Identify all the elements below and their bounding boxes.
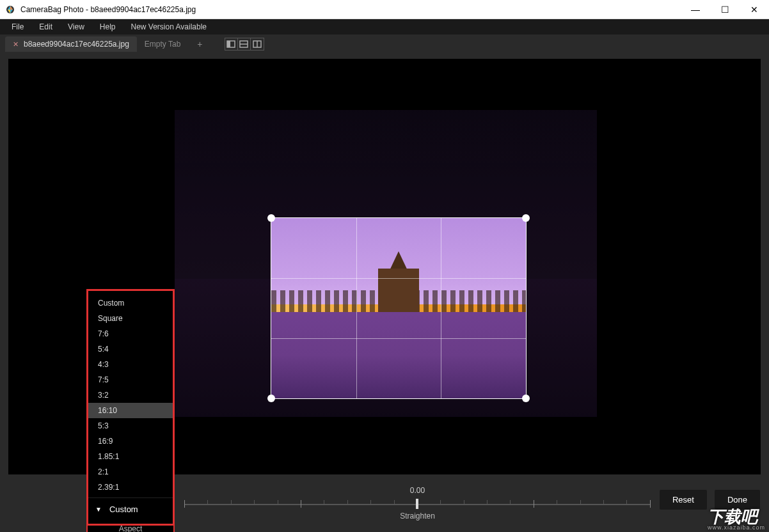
minimize-button[interactable]: —	[681, 0, 710, 19]
aspect-option[interactable]: Custom	[88, 295, 173, 311]
aspect-option-list: Custom Square 7:6 5:4 4:3 7:5 3:2 16:10 …	[88, 290, 173, 497]
aspect-option[interactable]: Square	[88, 311, 173, 326]
menu-edit[interactable]: Edit	[33, 20, 59, 33]
crop-preview	[271, 218, 526, 398]
app-icon	[5, 4, 15, 15]
straighten-label: Straighten	[400, 512, 435, 520]
straighten-section: 0.00 Straighten	[184, 486, 651, 520]
aspect-option[interactable]: 7:5	[88, 372, 173, 387]
svg-rect-2	[227, 41, 230, 47]
crop-handle-br[interactable]	[522, 395, 530, 402]
aspect-option[interactable]: 3:2	[88, 387, 173, 403]
crop-grid-line	[441, 218, 441, 398]
view-mode-toggles	[225, 38, 264, 51]
chevron-down-icon: ▼	[95, 506, 102, 513]
aspect-option[interactable]: 4:3	[88, 357, 173, 372]
tab-add-button[interactable]: +	[188, 39, 211, 49]
aspect-current-label: Custom	[109, 505, 138, 514]
aspect-option[interactable]: 5:3	[88, 418, 173, 434]
tab-active[interactable]: ✕ b8aeed9904ac17ec46225a.jpg	[5, 36, 137, 52]
crop-handle-tr[interactable]	[522, 214, 530, 222]
aspect-option[interactable]: 16:9	[88, 434, 173, 449]
straighten-slider[interactable]	[184, 497, 651, 510]
view-split-h-icon[interactable]	[238, 38, 251, 50]
menu-new-version[interactable]: New Version Available	[125, 20, 214, 33]
view-single-icon[interactable]	[225, 38, 238, 50]
close-button[interactable]: ✕	[740, 0, 769, 19]
tab-label: Empty Tab	[145, 40, 180, 49]
tab-empty[interactable]: Empty Tab	[137, 36, 188, 52]
crop-grid-line	[271, 338, 526, 339]
aspect-option[interactable]: 2.39:1	[88, 480, 173, 495]
menu-view[interactable]: View	[61, 20, 91, 33]
watermark-text: 下载吧	[708, 507, 757, 526]
aspect-dropdown-button[interactable]: ▼ Custom	[88, 497, 173, 520]
window-title: CameraBag Photo - b8aeed9904ac17ec46225a…	[20, 5, 681, 14]
crop-handle-tl[interactable]	[267, 214, 275, 222]
aspect-section-label: Aspect	[88, 520, 173, 532]
tab-label: b8aeed9904ac17ec46225a.jpg	[24, 40, 129, 49]
aspect-ratio-menu: Custom Square 7:6 5:4 4:3 7:5 3:2 16:10 …	[86, 289, 175, 532]
crop-grid-line	[271, 278, 526, 279]
aspect-option[interactable]: 1.85:1	[88, 449, 173, 464]
menu-bar: File Edit View Help New Version Availabl…	[0, 19, 769, 35]
tab-close-icon[interactable]: ✕	[13, 40, 19, 49]
crop-grid-line	[356, 218, 357, 398]
watermark: 下载吧 www.xiazaiba.com	[708, 508, 765, 531]
slider-thumb[interactable]	[416, 499, 418, 509]
maximize-button[interactable]: ☐	[710, 0, 740, 19]
aspect-option-selected[interactable]: 16:10	[88, 403, 173, 418]
aspect-option[interactable]: 7:6	[88, 326, 173, 341]
tab-bar: ✕ b8aeed9904ac17ec46225a.jpg Empty Tab +	[0, 35, 769, 54]
watermark-url: www.xiazaiba.com	[708, 525, 765, 531]
action-buttons: Reset Done	[660, 486, 760, 510]
reset-button[interactable]: Reset	[660, 490, 707, 510]
menu-file[interactable]: File	[5, 20, 30, 33]
straighten-value: 0.00	[410, 486, 425, 495]
window-controls: — ☐ ✕	[681, 0, 769, 19]
view-split-v-icon[interactable]	[251, 38, 264, 50]
menu-help[interactable]: Help	[93, 20, 122, 33]
aspect-option[interactable]: 5:4	[88, 341, 173, 357]
window-titlebar: CameraBag Photo - b8aeed9904ac17ec46225a…	[0, 0, 769, 19]
crop-handle-bl[interactable]	[267, 395, 275, 402]
crop-box[interactable]	[271, 217, 527, 399]
aspect-option[interactable]: 2:1	[88, 464, 173, 480]
